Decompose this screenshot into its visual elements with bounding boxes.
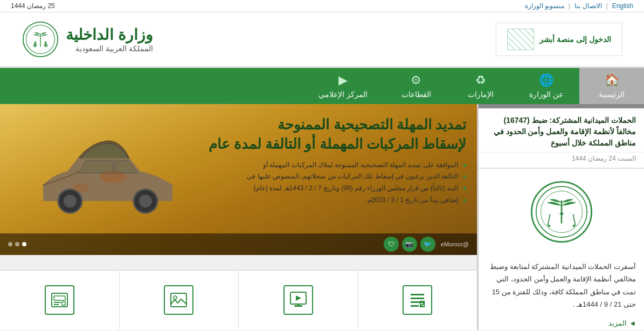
hero-text: تمديد المهلة التصحيحية الممنوحة لإسقاط ا… — [209, 115, 466, 206]
hero-column: تمديد المهلة التصحيحية الممنوحة لإسقاط ا… — [0, 104, 477, 330]
service-card-3[interactable] — [119, 271, 239, 330]
slide-dot-3[interactable] — [8, 242, 12, 246]
nav-sectors-label: القطاعات — [401, 90, 431, 99]
country-name: المملكة العربية السعودية — [66, 44, 153, 53]
instagram-icon[interactable]: 📷 — [402, 237, 417, 252]
svg-rect-21 — [411, 294, 424, 295]
nav-home[interactable]: 🏠 الرئيسية — [579, 68, 644, 104]
divider-1: | — [606, 2, 608, 10]
svg-point-18 — [139, 195, 152, 208]
top-bar-right: 25 رمضان 1444 — [11, 2, 55, 10]
main-content: الحملات الميدانية المشتركة: ضبط (16747) … — [0, 104, 644, 330]
logo-text-block: وزارة الداخلية المملكة العربية السعودية — [66, 26, 153, 53]
nav-emirates-label: الإمارات — [468, 90, 494, 99]
header: الدخول إلى منصة أبشر وزارة الداخلية المم… — [0, 12, 644, 68]
service-card-4[interactable] — [0, 271, 119, 330]
svg-point-31 — [174, 296, 177, 299]
login-box[interactable]: الدخول إلى منصة أبشر — [496, 23, 622, 56]
hero-title-line1: تمديد المهلة التصحيحية الممنوحة — [209, 115, 466, 134]
header-logo: وزارة الداخلية المملكة العربية السعودية — [22, 20, 153, 58]
more-label: المزيد — [608, 319, 627, 327]
svg-rect-34 — [54, 302, 61, 303]
svg-text:✦: ✦ — [558, 209, 565, 218]
slide-indicators — [8, 242, 26, 246]
svg-rect-29 — [297, 304, 299, 306]
svg-rect-30 — [171, 293, 186, 307]
divider-2: | — [569, 2, 570, 10]
nav-media-label: المركز الإعلامي — [318, 90, 368, 99]
contact-link[interactable]: الاتصال بنا — [574, 2, 601, 10]
nav-home-label: الرئيسية — [599, 90, 625, 99]
service-play-icon — [283, 285, 313, 315]
svg-rect-36 — [62, 302, 65, 305]
ministry-name: وزارة الداخلية — [66, 26, 153, 44]
login-text: الدخول إلى منصة أبشر — [539, 35, 611, 44]
shield-footer-icon: 🛡 — [384, 237, 399, 252]
login-pattern — [507, 29, 534, 50]
home-icon: 🏠 — [605, 73, 619, 87]
nav-media[interactable]: ▶ المركز الإعلامي — [302, 68, 384, 104]
hero-bullet-1: الموافقة على تمديد المهلة التصحيحية المم… — [209, 160, 466, 171]
svg-rect-33 — [54, 296, 65, 300]
about-icon: 🌐 — [539, 73, 553, 87]
services-row — [0, 270, 477, 330]
emirates-icon: ♻ — [475, 73, 486, 87]
svg-line-10 — [573, 214, 575, 225]
service-image-icon — [164, 285, 193, 315]
sidebar: الحملات الميدانية المشتركة: ضبط (16747) … — [477, 104, 644, 330]
svg-point-20 — [73, 183, 89, 192]
hero-bullet-4: إضافي يبدأ من تاريخ 1 / 3 / 2023م. — [209, 195, 466, 206]
sectors-icon: ⚙ — [411, 73, 421, 87]
svg-line-8 — [548, 214, 550, 225]
service-news-icon — [45, 285, 74, 315]
sidebar-header-bar — [479, 104, 644, 108]
nav-about-label: عن الوزارة — [529, 90, 563, 99]
svg-rect-24 — [411, 305, 419, 307]
hero-social-icons: 🐦 📷 🛡 — [384, 237, 435, 252]
svg-point-16 — [64, 195, 77, 208]
more-arrow: ◄ — [629, 319, 636, 327]
hero-brand: @eMoroor — [441, 241, 469, 247]
sidebar-emblem: ✦ — [529, 180, 594, 244]
nav-emirates[interactable]: ♻ الإمارات — [448, 68, 513, 104]
service-card-2[interactable] — [238, 271, 358, 330]
slide-dot-1[interactable] — [22, 242, 26, 246]
main-nav: 🏠 الرئيسية 🌐 عن الوزارة ♻ الإمارات ⚙ الق… — [0, 68, 644, 104]
service-list-icon — [403, 285, 432, 315]
slide-dot-2[interactable] — [15, 242, 19, 246]
staff-link[interactable]: منسوبو الوزارة — [525, 2, 564, 10]
media-icon: ▶ — [338, 73, 348, 87]
ministry-emblem — [22, 20, 59, 58]
hero-car-image — [16, 126, 189, 244]
sidebar-more-link[interactable]: ◄ المزيد — [479, 316, 644, 330]
nav-sectors[interactable]: ⚙ القطاعات — [384, 68, 448, 104]
hero-title-line2: لإسقاط المركبات المهملة أو التالفة لمدة … — [209, 134, 466, 154]
nav-about[interactable]: 🌐 عن الوزارة — [513, 68, 579, 104]
sidebar-news-date: السبت 24 رمضان 1444 — [479, 153, 644, 169]
hero-slider: تمديد المهلة التصحيحية الممنوحة لإسقاط ا… — [0, 104, 477, 270]
hero-footer: @eMoroor 🐦 📷 🛡 — [0, 233, 477, 255]
hero-bullets-list: الموافقة على تمديد المهلة التصحيحية المم… — [209, 160, 466, 206]
top-bar-left: English | الاتصال بنا | منسوبو الوزارة — [525, 2, 633, 10]
english-link[interactable]: English — [612, 2, 633, 10]
sidebar-emblem-area: ✦ — [479, 169, 644, 255]
hero-slide-1: تمديد المهلة التصحيحية الممنوحة لإسقاط ا… — [0, 104, 477, 255]
twitter-icon[interactable]: 🐦 — [420, 237, 435, 252]
hijri-date: 25 رمضان 1444 — [11, 2, 55, 10]
hero-bullet-2: التالفة الذين يرغبون في إسقاط تلك المركب… — [209, 171, 466, 183]
hero-title: تمديد المهلة التصحيحية الممنوحة لإسقاط ا… — [209, 115, 466, 154]
sidebar-news-headline[interactable]: الحملات الميدانية المشتركة: ضبط (16747) … — [479, 108, 644, 153]
top-bar: English | الاتصال بنا | منسوبو الوزارة 2… — [0, 0, 644, 12]
svg-rect-35 — [54, 304, 59, 305]
service-card-1[interactable] — [358, 271, 477, 330]
svg-rect-22 — [411, 298, 424, 299]
hero-bullet-3: البند (ثالثاً) من قرار مجلس الوزراء رقم … — [209, 183, 466, 195]
sidebar-news-body: أسفرت الحملات الميدانية المشتركة لمتابعة… — [479, 255, 644, 316]
svg-marker-27 — [296, 295, 301, 301]
